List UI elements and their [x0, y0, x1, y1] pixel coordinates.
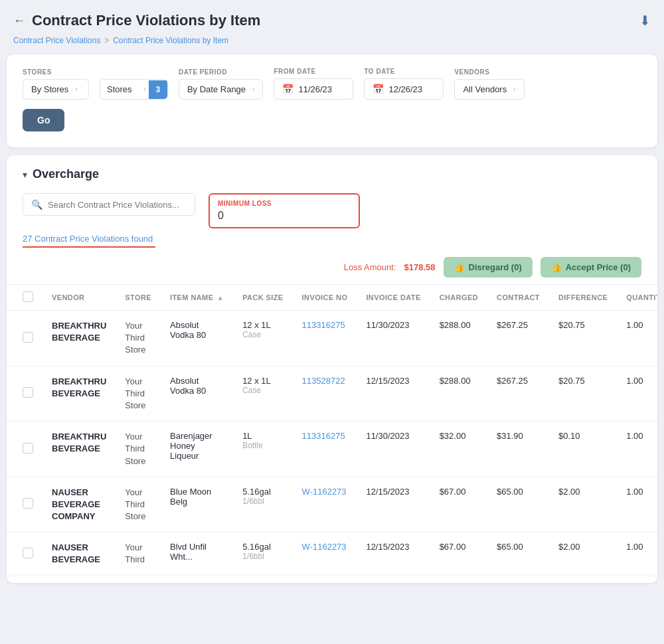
row-pack-size-4: 5.16gal 1/6bbl	[233, 532, 292, 576]
col-header-quantity: QUANTITY	[617, 285, 657, 311]
invoice-link-1[interactable]: 113528722	[302, 376, 345, 386]
stores-badge-select[interactable]: Stores › 3	[100, 79, 168, 100]
invoice-link-0[interactable]: 113316275	[302, 320, 345, 330]
row-checkbox-1[interactable]	[23, 387, 33, 398]
row-invoice-no-0[interactable]: 113316275	[293, 311, 357, 366]
row-charged-1: $288.00	[430, 366, 487, 422]
col-header-invoice-no: INVOICE NO	[293, 285, 357, 311]
violations-table: VENDOR STORE ITEM NAME ▲ PACK SIZE INVOI…	[7, 284, 657, 576]
stores-by-stores-select[interactable]: By Stores ›	[23, 79, 89, 100]
breadcrumb-parent[interactable]: Contract Price Violations	[13, 36, 100, 45]
row-checkbox-cell[interactable]	[7, 422, 42, 477]
min-loss-group: MINIMUM LOSS	[208, 193, 360, 228]
stores-badge-text: Stores	[100, 80, 139, 99]
row-contract-4: $65.00	[487, 532, 549, 576]
row-charged-3: $67.00	[430, 477, 487, 532]
vendors-select[interactable]: All Vendors ›	[454, 79, 524, 100]
loss-amount-row: Loss Amount: $178.58 👍 Disregard (0) 👍 A…	[7, 248, 657, 284]
filter-card: STORES By Stores › Stores › 3 DATE PERIO…	[7, 54, 657, 147]
to-date-picker[interactable]: 📅 12/26/23	[364, 78, 444, 100]
row-difference-0: $20.75	[549, 311, 617, 366]
disregard-button[interactable]: 👍 Disregard (0)	[444, 257, 533, 278]
row-charged-4: $67.00	[430, 532, 487, 576]
row-checkbox-cell[interactable]	[7, 477, 42, 532]
search-filter-row: 🔍 MINIMUM LOSS	[7, 181, 657, 228]
row-checkbox-cell[interactable]	[7, 311, 42, 366]
row-quantity-2: 1.00	[617, 422, 657, 477]
vendors-filter-group: VENDORS All Vendors ›	[454, 68, 524, 100]
accept-price-button[interactable]: 👍 Accept Price (0)	[540, 257, 641, 278]
header-checkbox[interactable]	[23, 291, 33, 302]
stores-chevron-icon: ›	[75, 86, 77, 93]
table-row: BREAKTHRU BEVERAGE Your Third Store Abso…	[7, 311, 657, 366]
invoice-link-4[interactable]: W-1162273	[302, 542, 347, 552]
row-invoice-date-1: 12/15/2023	[357, 366, 430, 422]
row-charged-0: $288.00	[430, 311, 487, 366]
row-quantity-1: 1.00	[617, 366, 657, 422]
row-difference-1: $20.75	[549, 366, 617, 422]
invoice-link-2[interactable]: 113316275	[302, 431, 345, 441]
col-header-item-name[interactable]: ITEM NAME ▲	[161, 285, 233, 311]
from-date-calendar-icon: 📅	[282, 84, 293, 94]
min-loss-input[interactable]	[218, 210, 351, 222]
row-invoice-date-0: 11/30/2023	[357, 311, 430, 366]
vendors-label: VENDORS	[454, 68, 524, 76]
row-pack-size-3: 5.16gal 1/6bbl	[233, 477, 292, 532]
row-difference-2: $0.10	[549, 422, 617, 477]
disregard-icon: 👍	[454, 262, 465, 272]
row-invoice-no-3[interactable]: W-1162273	[293, 477, 357, 532]
go-button[interactable]: Go	[23, 109, 64, 131]
row-item-name-4: Blvd Unfil Wht...	[161, 532, 233, 576]
row-store-3: Your Third Store	[116, 477, 161, 532]
breadcrumb-separator: >	[104, 36, 109, 45]
col-header-vendor: VENDOR	[42, 285, 116, 311]
to-date-calendar-icon: 📅	[373, 84, 384, 94]
date-period-chevron-icon: ›	[252, 86, 254, 93]
row-checkbox-0[interactable]	[23, 332, 33, 343]
col-header-contract: CONTRACT	[487, 285, 549, 311]
row-checkbox-2[interactable]	[23, 443, 33, 453]
search-input[interactable]	[48, 200, 181, 210]
row-item-name-3: Blue Moon Belg	[161, 477, 233, 532]
row-quantity-0: 1.00	[617, 311, 657, 366]
vendors-value: All Vendors	[463, 84, 507, 94]
section-collapse-icon[interactable]: ▾	[23, 169, 27, 180]
row-contract-0: $267.25	[487, 311, 549, 366]
section-header: ▾ Overcharge	[7, 155, 657, 181]
stores-label: STORES	[23, 68, 89, 76]
col-header-pack-size: PACK SIZE	[233, 285, 292, 311]
date-period-select[interactable]: By Date Range ›	[179, 79, 264, 100]
download-icon[interactable]: ⬇	[639, 13, 651, 29]
row-invoice-no-4[interactable]: W-1162273	[293, 532, 357, 576]
date-period-filter-group: DATE PERIOD By Date Range ›	[179, 68, 264, 100]
to-date-filter-group: TO DATE 📅 12/26/23	[364, 68, 444, 100]
stores-badge-count: 3	[149, 80, 167, 99]
back-button[interactable]: ←	[13, 14, 25, 28]
item-name-sort-icon: ▲	[217, 294, 224, 301]
row-vendor-0: BREAKTHRU BEVERAGE	[42, 311, 116, 366]
row-invoice-no-2[interactable]: 113316275	[293, 422, 357, 477]
row-checkbox-4[interactable]	[23, 548, 33, 558]
table-row: NAUSER BEVERAGE Your Third Blvd Unfil Wh…	[7, 532, 657, 576]
col-header-difference: DIFFERENCE	[549, 285, 617, 311]
row-checkbox-cell[interactable]	[7, 366, 42, 422]
violations-count-row: 27 Contract Price Violations found	[7, 228, 657, 248]
row-item-name-1: Absolut Vodka 80	[161, 366, 233, 422]
row-contract-3: $65.00	[487, 477, 549, 532]
to-date-value: 12/26/23	[388, 84, 422, 94]
breadcrumb-current: Contract Price Violations by Item	[113, 36, 228, 45]
invoice-link-3[interactable]: W-1162273	[302, 487, 347, 497]
row-invoice-date-2: 11/30/2023	[357, 422, 430, 477]
row-vendor-2: BREAKTHRU BEVERAGE	[42, 422, 116, 477]
vendors-chevron-icon: ›	[513, 86, 515, 93]
col-header-charged: CHARGED	[430, 285, 487, 311]
row-checkbox-3[interactable]	[23, 498, 33, 509]
from-date-picker[interactable]: 📅 11/26/23	[274, 78, 353, 100]
row-contract-2: $31.90	[487, 422, 549, 477]
row-invoice-no-1[interactable]: 113528722	[293, 366, 357, 422]
table-row: BREAKTHRU BEVERAGE Your Third Store Bare…	[7, 422, 657, 477]
stores-badge-chevron: ›	[141, 81, 149, 98]
col-header-checkbox[interactable]	[7, 285, 42, 311]
loss-amount-value: $178.58	[404, 262, 436, 272]
row-checkbox-cell[interactable]	[7, 532, 42, 576]
